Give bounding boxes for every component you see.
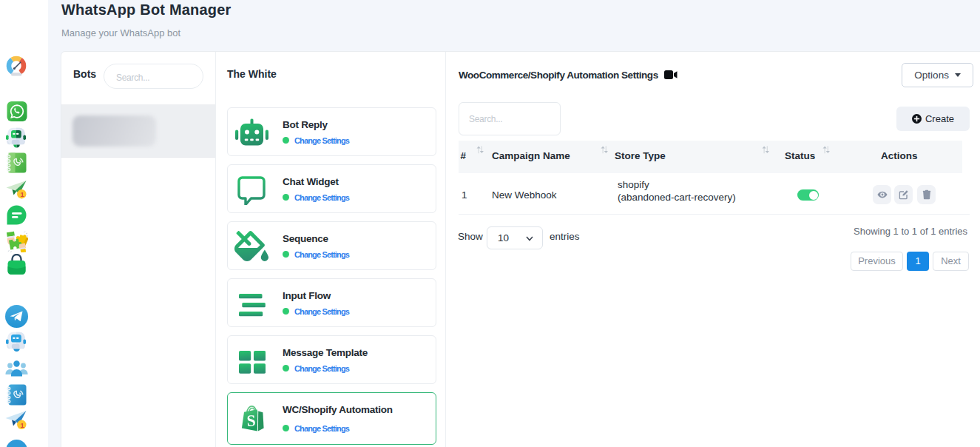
svg-text:S: S <box>246 411 256 430</box>
svg-text:1: 1 <box>21 421 25 429</box>
svg-text:1: 1 <box>21 190 25 198</box>
